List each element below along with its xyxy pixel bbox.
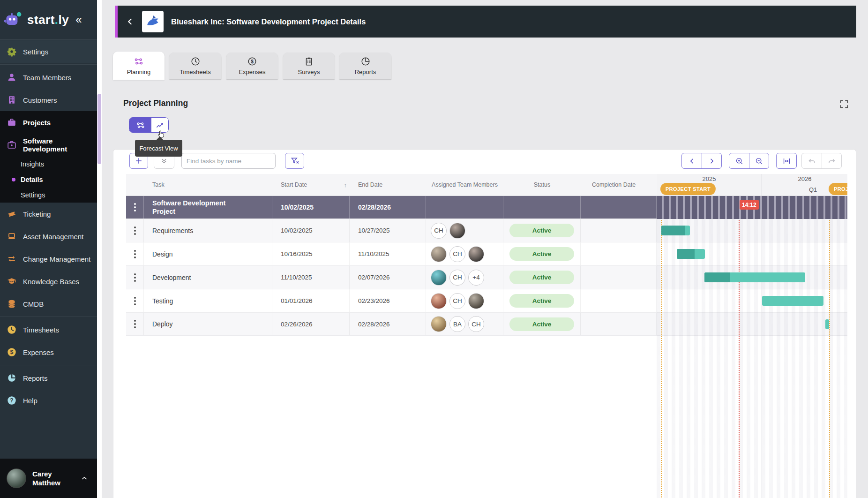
zoom-in-button[interactable] [729,153,749,168]
table-row-deploy[interactable]: Deploy02/26/202602/28/2026BACHActive [126,313,847,336]
table-row-testing[interactable]: Testing01/01/202602/23/2026CHActive [126,289,847,313]
zoom-in-icon [735,157,744,166]
row-menu-button[interactable] [126,242,144,265]
avatar-photo[interactable] [431,246,447,262]
search-input[interactable] [181,153,276,169]
tab-planning[interactable]: Planning [113,52,165,80]
prev-period-button[interactable] [682,153,702,168]
column-header-task[interactable]: Task [144,174,272,196]
sort-ascending-icon[interactable]: ↑ [344,181,347,189]
avatar-ch[interactable]: CH [449,270,465,286]
sidebar-item-label: Help [23,397,37,405]
avatar-ch[interactable]: CH [431,223,447,239]
redo-button[interactable] [822,153,841,168]
sidebar-item-customers[interactable]: Customers [0,89,97,111]
sidebar-item-settings[interactable]: Settings [0,40,97,63]
sidebar-subitem-settings[interactable]: Settings [0,187,97,203]
chevron-left-icon [688,157,696,166]
project-row[interactable]: Software Development Project10/02/202502… [126,196,847,219]
chevron-right-icon [707,157,716,166]
briefcase-badge-icon [7,140,17,150]
sidebar-item-label: Knowledge Bases [23,278,79,286]
user-avatar [7,468,26,488]
row-menu-button[interactable] [126,289,144,312]
row-menu-button[interactable] [126,266,144,289]
zoom-out-button[interactable] [749,153,769,168]
clock-o-icon [190,56,201,67]
start-date: 10/16/2025 [272,242,350,265]
column-header-end-date[interactable]: End Date [350,174,426,196]
sidebar: start.ly « SettingsTeam MembersCustomers… [0,0,97,498]
chevron-up-icon[interactable] [80,474,89,483]
sidebar-subitem-details[interactable]: Details [0,172,97,187]
year-label: 2025 [686,175,733,182]
avatar-ba[interactable]: BA [449,316,465,332]
sidebar-item-help[interactable]: ?Help [0,389,97,412]
avatar-ch[interactable]: CH [449,293,465,309]
gantt-view-button[interactable] [129,118,151,132]
avatar-photo[interactable] [431,293,447,309]
column-header-start-date[interactable]: Start Date↑ [272,174,350,196]
avatar-photo[interactable] [468,293,484,309]
table-row-development[interactable]: Development11/10/202502/07/2026CH+4Activ… [126,266,847,289]
avatar-ch[interactable]: CH [449,246,465,262]
avatar-ch[interactable]: CH [468,316,484,332]
fullscreen-expand-icon[interactable] [839,99,849,109]
status-cell: Active [503,266,581,289]
sidebar-item-timesheets[interactable]: Timesheets [0,318,97,341]
next-period-button[interactable] [702,153,721,168]
avatar-photo[interactable] [468,246,484,262]
column-header-completion-date[interactable]: Completion Date [581,174,657,196]
column-header-status[interactable]: Status [503,174,581,196]
sidebar-item-reports[interactable]: Reports [0,367,97,389]
sidebar-item-knowledge-bases[interactable]: Knowledge Bases [0,270,97,293]
chart-cell [657,242,847,265]
sidebar-item-team-members[interactable]: Team Members [0,66,97,89]
avatar-4[interactable]: +4 [468,270,484,286]
project-task-name: Software Development Project [144,196,272,219]
sidebar-item-asset-management[interactable]: Asset Management [0,225,97,248]
row-menu-button[interactable] [126,219,144,242]
sidebar-collapse-icon[interactable]: « [75,13,82,26]
tab-surveys[interactable]: Surveys [283,53,335,79]
table-row-requirements[interactable]: Requirements10/02/202510/27/2025CHActive [126,219,847,242]
user-menu[interactable]: Carey Matthew [0,459,97,498]
avatar-photo[interactable] [449,223,465,239]
back-icon[interactable] [125,16,135,27]
task-name: Requirements [144,219,272,242]
avatar-photo[interactable] [431,316,447,332]
undo-button[interactable] [802,153,822,168]
sidebar-subitem-insights[interactable]: Insights [0,156,97,172]
sidebar-item-change-management[interactable]: Change Management [0,248,97,270]
sidebar-item-label: Projects [23,119,51,127]
tab-reports[interactable]: Reports [339,53,391,79]
sidebar-item-ticketing[interactable]: Ticketing [0,203,97,225]
dollar-icon: $ [7,347,17,357]
tab-timesheets[interactable]: Timesheets [169,53,221,79]
briefcase-icon [7,117,17,128]
person-icon [7,72,17,83]
sidebar-subitem-label: Settings [21,191,45,199]
projected-end-badge: PROJECTED END [829,183,847,195]
tab-expenses[interactable]: $Expenses [226,53,278,79]
sidebar-item-software-development[interactable]: Software Development [0,134,97,156]
project-empty-cell [581,196,657,219]
completion-date-cell [581,266,657,289]
status-badge: Active [509,317,574,331]
sidebar-item-cmdb[interactable]: CMDB [0,293,97,315]
row-menu-button[interactable] [126,313,144,335]
fit-to-screen-button[interactable] [777,153,796,168]
project-row-menu-button[interactable] [126,196,144,219]
sidebar-item-expenses[interactable]: $Expenses [0,341,97,363]
avatar-photo[interactable] [431,270,447,286]
ticket-icon [7,209,17,219]
sidebar-scrollbar-track[interactable] [97,0,102,498]
table-row-design[interactable]: Design10/16/202511/10/2025CHActive [126,242,847,266]
column-header-assigned-team-members[interactable]: Assigned Team Members [426,174,503,196]
sidebar-scrollbar-thumb[interactable] [97,94,101,164]
fit-group [776,153,797,169]
sidebar-item-projects[interactable]: Projects [0,111,97,134]
clear-filter-button[interactable] [285,153,304,169]
planning-icon [134,56,144,67]
task-name: Testing [144,289,272,312]
